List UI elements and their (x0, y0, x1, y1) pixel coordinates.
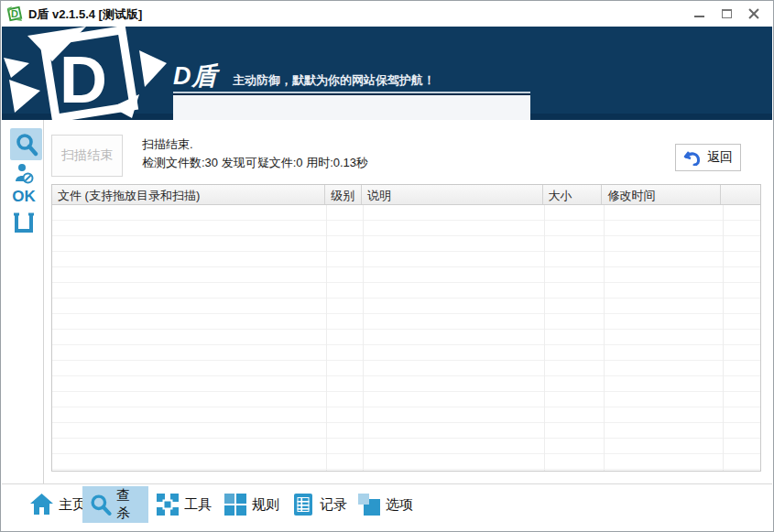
left-icon-rail: OK (2, 120, 44, 484)
minimize-button[interactable] (685, 1, 713, 27)
results-table-body[interactable] (52, 205, 760, 471)
titlebar: D D盾 v2.1.5.4 [测试版] (1, 1, 773, 27)
main-area: OK 扫描结束 扫描结束. 检测文件数:30 发现可疑文件:0 用时:0.13秒 (2, 120, 772, 484)
column-header-size[interactable]: 大小 (543, 185, 603, 204)
column-divider (604, 205, 605, 471)
column-header-file[interactable]: 文件 (支持拖放目录和扫描) (52, 185, 325, 204)
sidebar-stop-button[interactable] (12, 211, 36, 234)
toolbar-label-records: 记录 (320, 496, 347, 514)
back-button[interactable]: 返回 (675, 144, 741, 171)
header-banner: D D盾 主动防御，默默为你的网站保驾护航！ (2, 27, 772, 120)
brand-name: D盾 (173, 60, 218, 92)
column-header-mtime[interactable]: 修改时间 (602, 185, 721, 204)
window-controls (685, 1, 768, 27)
scan-status: 扫描结束. 检测文件数:30 发现可疑文件:0 用时:0.13秒 (142, 136, 368, 172)
open-square-icon (12, 211, 36, 234)
scan-state-button[interactable]: 扫描结束 (51, 135, 123, 177)
person-block-icon (14, 163, 34, 184)
column-header-level[interactable]: 级别 (325, 185, 362, 204)
scan-result-panel: 扫描结束 扫描结束. 检测文件数:30 发现可疑文件:0 用时:0.13秒 返回… (45, 120, 772, 484)
app-logo-icon: D (6, 5, 23, 22)
toolbar-item-tools[interactable]: 工具 (148, 486, 219, 523)
search-icon (90, 493, 112, 517)
undo-arrow-icon (683, 150, 701, 166)
window-title: D盾 v2.1.5.4 [测试版] (28, 6, 142, 23)
bottom-toolbar: 主页 查杀 工具 (2, 483, 772, 530)
ok-label: OK (12, 188, 36, 206)
home-icon (29, 493, 54, 516)
maximize-button[interactable] (713, 1, 740, 27)
toolbar-label-rules: 规则 (252, 496, 279, 514)
results-table-header: 文件 (支持拖放目录和扫描) 级别 说明 大小 修改时间 (52, 185, 760, 205)
options-squares-icon (357, 493, 381, 516)
column-header-empty (721, 185, 760, 204)
scan-status-line1: 扫描结束. (142, 136, 368, 154)
toolbar-item-rules[interactable]: 规则 (216, 486, 287, 523)
records-list-icon (291, 493, 315, 516)
scan-status-line2: 检测文件数:30 发现可疑文件:0 用时:0.13秒 (142, 154, 368, 172)
banner-underline (173, 92, 530, 93)
brand-slogan: 主动防御，默默为你的网站保驾护航！ (233, 72, 435, 89)
results-table[interactable]: 文件 (支持拖放目录和扫描) 级别 说明 大小 修改时间 (51, 184, 761, 472)
column-divider (723, 205, 724, 471)
column-divider (326, 205, 327, 471)
toolbar-label-scan: 查杀 (116, 487, 141, 522)
column-divider (363, 205, 364, 471)
app-window: D D盾 v2.1.5.4 [测试版] D D盾 主动防御，默默为你的网站保驾护… (0, 0, 774, 532)
close-button[interactable] (740, 1, 768, 27)
tools-frame-icon (156, 493, 180, 516)
sidebar-ignore-button[interactable] (13, 162, 35, 185)
banner-light-panel (173, 95, 530, 120)
rules-grid-icon (223, 493, 247, 516)
toolbar-item-records[interactable]: 记录 (284, 486, 354, 523)
toolbar-item-scan[interactable]: 查杀 (82, 486, 148, 523)
search-icon (15, 133, 38, 157)
svg-text:D: D (11, 8, 18, 19)
logo-letter: D (60, 43, 107, 116)
back-button-label: 返回 (707, 149, 733, 166)
dshield-logo: D (2, 27, 171, 120)
toolbar-label-options: 选项 (386, 496, 413, 514)
sidebar-scan-button[interactable] (10, 128, 42, 160)
column-header-desc[interactable]: 说明 (362, 185, 542, 204)
sidebar-ok-button[interactable]: OK (10, 187, 38, 207)
column-divider (544, 205, 545, 471)
toolbar-label-tools: 工具 (184, 496, 212, 514)
toolbar-item-options[interactable]: 选项 (350, 486, 420, 523)
